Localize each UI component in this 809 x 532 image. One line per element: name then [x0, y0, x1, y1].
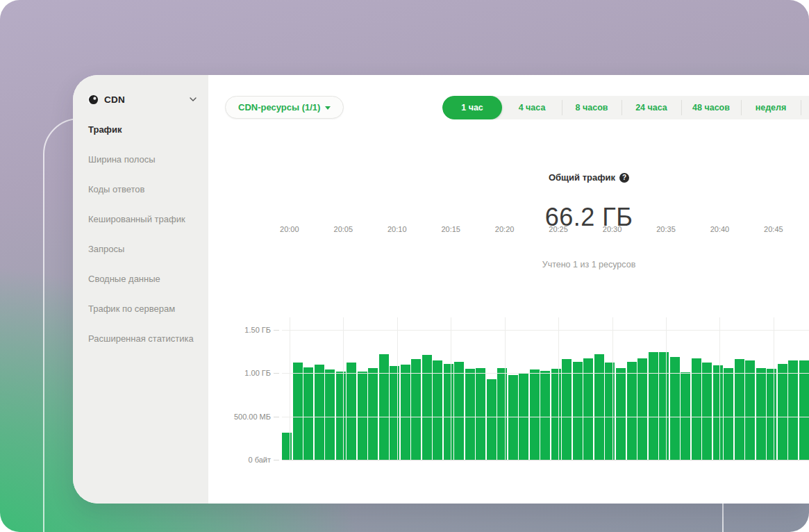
traffic-bar-47	[788, 360, 798, 460]
traffic-bar-chart: 1.50 ГБ1.00 ГБ500.00 МБ0 байт	[208, 317, 809, 491]
y-axis-label-2: 500.00 МБ	[234, 413, 271, 421]
x-axis-label-4: 20:20	[495, 225, 515, 233]
main-panel: CDN-ресурсы (1/1) 1 час4 часа8 часов24 ч…	[208, 75, 809, 504]
traffic-bar-9	[379, 354, 389, 460]
help-icon[interactable]: ?	[619, 173, 629, 183]
traffic-bar-10	[390, 366, 399, 460]
x-axis-label-9: 20:45	[764, 225, 783, 233]
x-axis-label-7: 20:35	[656, 225, 676, 233]
traffic-bar-7	[358, 372, 367, 460]
sidebar-brand-label: CDN	[104, 94, 125, 105]
traffic-bar-29	[594, 354, 604, 460]
vertical-gridline	[451, 317, 451, 460]
time-tab-0[interactable]: 1 час	[442, 96, 502, 119]
traffic-bar-23	[530, 369, 540, 460]
traffic-bar-18	[476, 368, 485, 460]
traffic-bar-34	[649, 352, 658, 460]
traffic-bar-27	[573, 362, 583, 460]
x-axis-label-0: 20:00	[280, 225, 299, 233]
app-background: CDN ТрафикШирина полосыКоды ответовКешир…	[0, 0, 809, 532]
traffic-bar-6	[347, 363, 356, 460]
time-tab-2[interactable]: 8 часов	[562, 96, 622, 119]
vertical-gridline	[774, 317, 774, 460]
sidebar-item-2[interactable]: Коды ответов	[88, 183, 199, 213]
cdn-resources-dropdown-label: CDN-ресурсы (1/1)	[238, 102, 320, 113]
chart-x-axis-labels: 20:0020:0520:1020:1520:2020:2520:3020:35…	[282, 225, 809, 235]
traffic-bar-15	[444, 364, 453, 460]
traffic-bar-45	[767, 369, 776, 460]
sidebar-header-cdn[interactable]: CDN	[88, 92, 197, 107]
topbar: CDN-ресурсы (1/1) 1 час4 часа8 часов24 ч…	[208, 96, 809, 119]
traffic-bar-26	[562, 359, 572, 460]
time-tab-3[interactable]: 24 часа	[622, 96, 681, 119]
time-tab-1[interactable]: 4 часа	[502, 96, 562, 119]
traffic-bar-21	[508, 375, 518, 460]
traffic-bar-19	[487, 379, 497, 460]
sidebar-item-6[interactable]: Трафик по серверам	[88, 303, 199, 333]
traffic-bar-39	[702, 363, 712, 460]
time-range-tabs: 1 час4 часа8 часов24 часа48 часовнеделям…	[442, 96, 809, 119]
traffic-bar-30	[605, 363, 615, 460]
traffic-bar-44	[756, 368, 766, 460]
traffic-bar-31	[616, 368, 626, 460]
caret-down-icon	[325, 106, 331, 110]
sidebar-item-0[interactable]: Трафик	[88, 124, 199, 153]
traffic-bar-40	[713, 365, 723, 460]
x-axis-label-2: 20:10	[387, 225, 407, 233]
globe-icon	[88, 94, 99, 105]
time-tab-6[interactable]: месяц	[801, 96, 809, 119]
vertical-gridline	[290, 317, 290, 460]
y-axis-tick	[274, 460, 279, 460]
y-axis-label-3: 0 байт	[248, 456, 271, 464]
traffic-bar-11	[401, 365, 410, 460]
vertical-gridline	[343, 317, 344, 460]
horizontal-gridline	[282, 460, 809, 460]
y-axis-label-0: 1.50 ГБ	[244, 326, 271, 334]
sidebar-item-7[interactable]: Расширенная статистика	[88, 333, 199, 363]
horizontal-gridline	[282, 373, 809, 374]
vertical-gridline	[612, 317, 613, 460]
sidebar-item-3[interactable]: Кешированный трафик	[88, 213, 199, 243]
traffic-bar-12	[411, 359, 421, 460]
traffic-bar-36	[670, 357, 680, 460]
traffic-bar-5	[336, 372, 346, 460]
time-tab-4[interactable]: 48 часов	[681, 96, 741, 119]
horizontal-gridline	[282, 417, 809, 417]
x-axis-label-3: 20:15	[441, 225, 460, 233]
x-axis-label-8: 20:40	[710, 225, 730, 233]
traffic-bar-1	[293, 363, 303, 460]
traffic-bar-20	[497, 368, 507, 460]
traffic-bar-41	[724, 368, 733, 460]
time-tab-5[interactable]: неделя	[741, 96, 801, 119]
traffic-summary: Общий трафик ? 66.2 ГБ Учтено 1 из 1 рес…	[282, 171, 809, 269]
sidebar: CDN ТрафикШирина полосыКоды ответовКешир…	[73, 75, 208, 504]
dashboard-card: CDN ТрафикШирина полосыКоды ответовКешир…	[73, 75, 809, 504]
y-axis-label-1: 1.00 ГБ	[244, 369, 271, 377]
x-axis-label-6: 20:30	[603, 225, 622, 233]
traffic-bar-13	[422, 355, 432, 460]
chart-plot-area	[282, 317, 809, 460]
traffic-bar-14	[433, 360, 442, 460]
traffic-bar-43	[745, 360, 755, 460]
y-axis-tick	[274, 373, 279, 374]
resources-counted-note: Учтено 1 из 1 ресурсов	[282, 260, 809, 269]
sidebar-item-1[interactable]: Ширина полосы	[88, 153, 199, 183]
vertical-gridline	[505, 317, 506, 460]
traffic-summary-title-row: Общий трафик ?	[549, 172, 629, 183]
vertical-gridline	[719, 317, 720, 460]
traffic-bar-25	[551, 369, 561, 460]
sidebar-item-4[interactable]: Запросы	[88, 243, 199, 273]
traffic-bar-8	[368, 368, 378, 460]
traffic-bar-16	[454, 362, 464, 460]
x-axis-label-1: 20:05	[334, 225, 353, 233]
traffic-bar-24	[540, 371, 550, 460]
sidebar-item-5[interactable]: Сводные данные	[88, 273, 199, 303]
horizontal-gridline	[282, 330, 809, 331]
traffic-bar-4	[325, 369, 335, 460]
y-axis-tick	[274, 330, 279, 331]
vertical-gridline	[397, 317, 398, 460]
traffic-bar-42	[735, 359, 744, 460]
traffic-bar-46	[778, 364, 787, 460]
cdn-resources-dropdown[interactable]: CDN-ресурсы (1/1)	[225, 96, 344, 119]
traffic-summary-title: Общий трафик	[549, 172, 615, 183]
